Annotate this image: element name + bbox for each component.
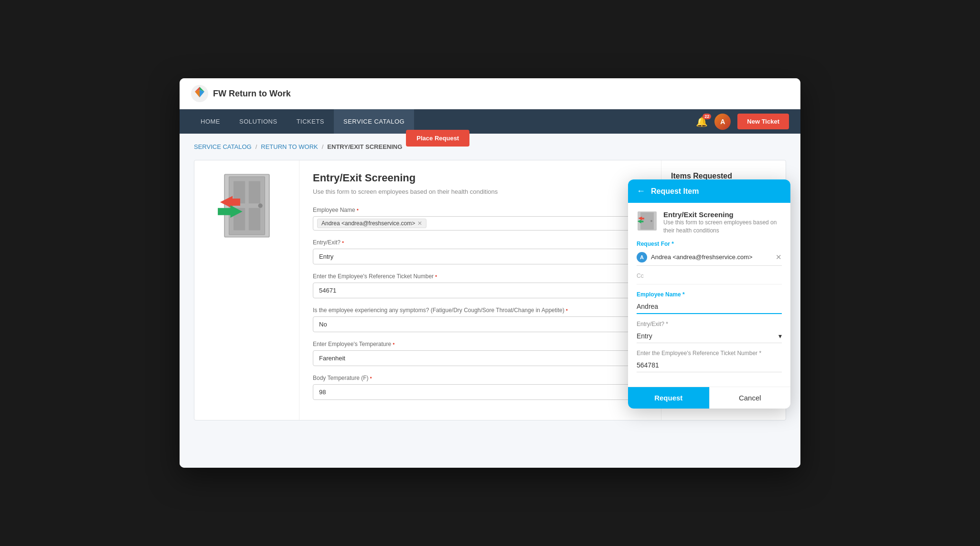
nav-bar: HOME SOLUTIONS TICKETS SERVICE CATALOG 🔔… [180,109,800,134]
popup-ref-ticket-label: Enter the Employee's Reference Ticket Nu… [637,350,782,357]
mobile-popup: ← Request Item Entry/E [628,179,790,409]
body-temp-label: Body Temperature (F)• [313,375,648,381]
breadcrumb-service-catalog[interactable]: SERVICE CATALOG [194,143,252,150]
svg-point-12 [650,220,652,222]
req-remove-icon[interactable]: ✕ [776,253,782,262]
popup-item-info: Entry/Exit Screening Use this form to sc… [663,210,782,235]
popup-ref-ticket-group: Enter the Employee's Reference Ticket Nu… [637,350,782,372]
user-avatar[interactable]: A [714,114,731,130]
svg-rect-5 [248,181,260,203]
breadcrumb-current: ENTRY/EXIT SCREENING [327,143,402,150]
popup-header: ← Request Item [628,179,790,203]
temperature-select[interactable]: Farenheit Celsius [313,350,648,366]
popup-request-for-group: Request For * A Andrea <andrea@freshserv… [637,241,782,266]
main-panel: Entry/Exit Screening Use this form to sc… [194,160,786,420]
popup-employee-name-input[interactable] [637,300,782,314]
ref-ticket-label: Enter the Employee's Reference Ticket Nu… [313,273,648,280]
svg-point-7 [258,203,262,208]
svg-rect-6 [248,208,260,231]
popup-title: Request Item [651,187,699,196]
popup-entry-exit-group: Entry/Exit? * Entry Exit ▾ [637,321,782,343]
notifications-badge: 22 [703,114,711,119]
entry-exit-select-wrap: Entry Exit ▾ [313,249,648,264]
employee-name-label: Employee Name• [313,207,648,213]
entry-exit-label: Entry/Exit?• [313,239,648,246]
nav-home[interactable]: HOME [191,109,230,134]
breadcrumb-return-to-work[interactable]: RETURN TO WORK [261,143,318,150]
popup-entry-exit-arrow-icon: ▾ [778,332,782,340]
entry-exit-group: Entry/Exit?• Entry Exit ▾ [313,239,648,264]
left-icon-panel [194,160,299,420]
popup-cancel-button[interactable]: Cancel [709,387,791,409]
popup-item-desc: Use this form to screen employees based … [663,219,782,235]
popup-entry-exit-wrap: Entry Exit ▾ [637,329,782,343]
popup-request-for-row: A Andrea <andrea@freshservice.com> ✕ [637,249,782,266]
popup-door-icon [637,210,658,231]
notifications-button[interactable]: 🔔 22 [696,116,708,127]
breadcrumb-sep-1: / [256,143,257,150]
body-temp-group: Body Temperature (F)• [313,375,648,400]
symptoms-select-wrap: No Yes ▾ [313,316,648,332]
door-icon [213,170,280,242]
nav-service-catalog[interactable]: SERVICE CATALOG [334,109,414,134]
popup-item-name: Entry/Exit Screening [663,210,782,219]
ref-ticket-input[interactable] [313,283,648,298]
form-description: Use this form to screen employees based … [313,188,648,195]
popup-employee-name-group: Employee Name * [637,291,782,314]
symptoms-group: Is the employee experiencing any symptom… [313,307,648,332]
place-request-button[interactable]: Place Request [406,130,469,147]
employee-name-tag: Andrea <andrea@freshservice.com> ✕ [317,219,426,228]
popup-footer: Request Cancel [628,387,790,409]
app-title: FW Return to Work [213,89,291,99]
breadcrumb: SERVICE CATALOG / RETURN TO WORK / ENTRY… [194,143,786,150]
temperature-label: Enter Employee's Temperature• [313,341,648,347]
symptoms-select[interactable]: No Yes [313,316,648,332]
popup-entry-exit-label: Entry/Exit? * [637,321,782,327]
entry-exit-select[interactable]: Entry Exit [313,249,648,264]
nav-right: 🔔 22 A New Ticket [696,114,789,130]
nav-tickets[interactable]: TICKETS [287,109,334,134]
popup-employee-name-label: Employee Name * [637,291,782,298]
employee-name-input[interactable]: Andrea <andrea@freshservice.com> ✕ ▾ [313,216,648,231]
popup-body: Entry/Exit Screening Use this form to sc… [628,203,790,387]
ref-ticket-group: Enter the Employee's Reference Ticket Nu… [313,273,648,298]
breadcrumb-sep-2: / [322,143,324,150]
new-ticket-button[interactable]: New Ticket [737,114,789,129]
temperature-group: Enter Employee's Temperature• Farenheit … [313,341,648,366]
top-bar: FW Return to Work [180,78,800,109]
popup-request-for-label: Request For * [637,241,782,247]
popup-cc-label: Cc [637,273,782,284]
popup-entry-exit-select[interactable]: Entry Exit [637,329,782,343]
tag-remove-icon[interactable]: ✕ [417,220,422,227]
body-temp-input[interactable] [313,384,648,400]
popup-item-row: Entry/Exit Screening Use this form to sc… [637,210,782,235]
form-panel: Entry/Exit Screening Use this form to sc… [299,160,661,420]
symptoms-label: Is the employee experiencing any symptom… [313,307,648,314]
popup-ref-ticket-input[interactable] [637,358,782,372]
popup-back-button[interactable]: ← [637,186,645,196]
req-avatar: A [637,252,647,262]
logo-area: FW Return to Work [191,85,291,102]
form-title: Entry/Exit Screening [313,172,648,184]
logo-icon [191,85,208,102]
content-area: SERVICE CATALOG / RETURN TO WORK / ENTRY… [180,134,800,468]
employee-name-group: Employee Name• Andrea <andrea@freshservi… [313,207,648,231]
popup-request-button[interactable]: Request [628,387,709,409]
req-name: Andrea <andrea@freshservice.com> [651,253,753,261]
nav-solutions[interactable]: SOLUTIONS [230,109,287,134]
temperature-select-wrap: Farenheit Celsius ▾ [313,350,648,366]
